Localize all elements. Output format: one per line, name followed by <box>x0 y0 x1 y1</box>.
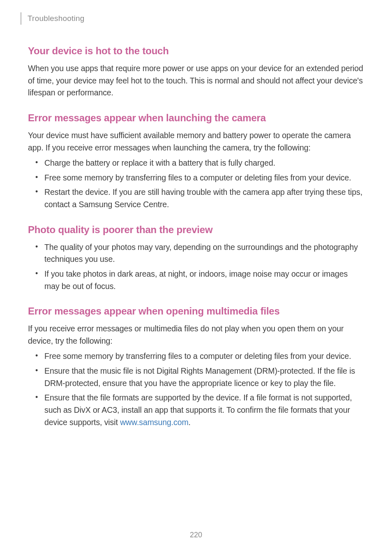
list-item: Free some memory by transferring files t… <box>28 172 364 184</box>
section-heading-multimedia-errors: Error messages appear when opening multi… <box>28 305 364 317</box>
list-item-text: Ensure that the file formats are support… <box>44 393 352 426</box>
section-body: If you receive error messages or multime… <box>28 323 364 347</box>
list-item: Free some memory by transferring files t… <box>28 350 364 363</box>
list-item: Ensure that the file formats are support… <box>28 392 364 428</box>
list-item: Restart the device. If you are still hav… <box>28 186 364 210</box>
section-heading-photo-quality: Photo quality is poorer than the preview <box>28 224 364 236</box>
section-body: When you use apps that require more powe… <box>28 62 364 99</box>
page-header: Troubleshooting <box>21 12 85 25</box>
breadcrumb: Troubleshooting <box>28 14 85 23</box>
bullet-list: The quality of your photos may vary, dep… <box>28 241 364 293</box>
bullet-list: Free some memory by transferring files t… <box>28 350 364 428</box>
list-item: The quality of your photos may vary, dep… <box>28 241 364 266</box>
samsung-link[interactable]: www.samsung.com <box>120 418 188 427</box>
header-divider-icon <box>21 12 21 25</box>
section-body: Your device must have sufficient availab… <box>28 130 364 154</box>
list-item: If you take photos in dark areas, at nig… <box>28 268 364 292</box>
page-number: 220 <box>0 531 392 539</box>
page-content: Your device is hot to the touch When you… <box>28 41 364 431</box>
bullet-list: Charge the battery or replace it with a … <box>28 157 364 211</box>
list-item: Charge the battery or replace it with a … <box>28 157 364 169</box>
section-heading-device-hot: Your device is hot to the touch <box>28 45 364 57</box>
list-item-suffix: . <box>189 418 191 427</box>
section-heading-camera-errors: Error messages appear when launching the… <box>28 112 364 124</box>
list-item: Ensure that the music file is not Digita… <box>28 365 364 389</box>
